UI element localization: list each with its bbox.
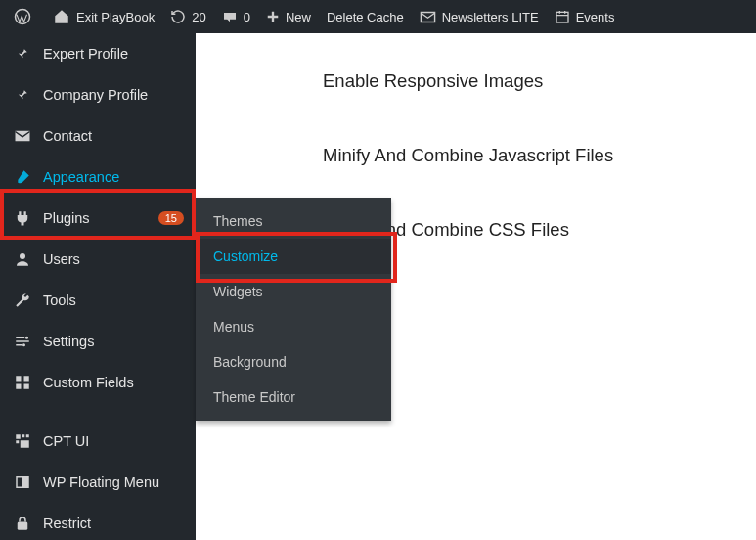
sidebar-item-users[interactable]: Users xyxy=(0,239,196,280)
svg-rect-12 xyxy=(16,440,19,443)
newsletters-button[interactable]: Newsletters LITE xyxy=(412,0,547,33)
submenu-item-widgets[interactable]: Widgets xyxy=(196,274,391,309)
svg-rect-11 xyxy=(26,434,29,437)
new-button[interactable]: New xyxy=(258,0,319,33)
svg-rect-9 xyxy=(16,434,21,439)
plus-icon xyxy=(266,10,280,23)
svg-rect-13 xyxy=(21,440,29,448)
sidebar-item-plugins[interactable]: Plugins15 xyxy=(0,198,196,239)
sidebar-item-label: Settings xyxy=(43,334,184,349)
calendar-icon xyxy=(555,9,570,24)
brush-icon xyxy=(12,168,33,186)
panel-icon xyxy=(12,473,33,491)
sidebar-item-appearance[interactable]: Appearance xyxy=(0,157,196,198)
sidebar-item-label: Tools xyxy=(43,292,184,308)
sidebar-item-label: Restrict xyxy=(43,516,184,531)
update-badge: 15 xyxy=(158,211,184,225)
svg-rect-10 xyxy=(22,434,24,437)
pin-icon xyxy=(12,45,33,63)
sidebar-item-company-profile[interactable]: Company Profile xyxy=(0,74,196,115)
wrench-icon xyxy=(12,292,33,309)
wp-logo[interactable] xyxy=(6,0,45,33)
appearance-submenu: ThemesCustomizeWidgetsMenusBackgroundThe… xyxy=(196,198,391,421)
home-icon xyxy=(53,8,70,25)
site-home[interactable]: Exit PlayBook xyxy=(45,0,162,33)
newsletters-label: Newsletters LITE xyxy=(442,10,539,24)
submenu-item-customize[interactable]: Customize xyxy=(196,239,391,274)
sidebar-item-label: Users xyxy=(43,251,184,267)
content-row: Minify And Combine Javascript Files xyxy=(323,145,697,166)
pin-icon xyxy=(12,86,33,104)
user-icon xyxy=(12,250,33,268)
site-name: Exit PlayBook xyxy=(76,10,155,24)
svg-rect-7 xyxy=(16,384,21,389)
sidebar-item-restrict[interactable]: Restrict xyxy=(0,503,196,540)
refresh-button[interactable]: 20 xyxy=(162,0,213,33)
sidebar-item-cpt-ui[interactable]: CPT UI xyxy=(0,421,196,462)
delete-cache-button[interactable]: Delete Cache xyxy=(319,0,412,33)
submenu-item-menus[interactable]: Menus xyxy=(196,309,391,344)
refresh-icon xyxy=(170,9,186,24)
events-label: Events xyxy=(576,10,615,24)
submenu-item-themes[interactable]: Themes xyxy=(196,203,391,239)
events-button[interactable]: Events xyxy=(547,0,623,33)
sidebar-item-label: Custom Fields xyxy=(43,375,184,390)
sidebar-item-label: Appearance xyxy=(43,169,184,185)
svg-point-3 xyxy=(25,337,28,339)
plug-icon xyxy=(12,209,33,227)
new-label: New xyxy=(286,10,311,24)
content-row: Enable Responsive Images xyxy=(323,70,697,92)
sidebar-item-label: Contact xyxy=(43,128,184,144)
mail-icon xyxy=(420,9,436,25)
sliders-icon xyxy=(12,333,33,350)
svg-rect-5 xyxy=(16,376,21,381)
lock-icon xyxy=(12,515,33,532)
svg-rect-8 xyxy=(24,384,29,389)
comments-button[interactable]: 0 xyxy=(214,0,258,33)
refresh-count: 20 xyxy=(192,10,205,24)
svg-rect-6 xyxy=(24,376,29,381)
svg-rect-1 xyxy=(556,12,568,22)
delete-cache-label: Delete Cache xyxy=(327,10,404,24)
svg-point-2 xyxy=(20,253,25,259)
sidebar-item-tools[interactable]: Tools xyxy=(0,280,196,321)
admin-bar: Exit PlayBook 20 0 New Delete Cache News… xyxy=(0,0,756,33)
sidebar-item-label: Expert Profile xyxy=(43,46,184,62)
tiles-icon xyxy=(12,432,33,450)
sidebar-item-label: Company Profile xyxy=(43,87,184,103)
comments-count: 0 xyxy=(244,10,250,24)
grid-icon xyxy=(12,374,33,391)
sidebar-item-wp-floating[interactable]: WP Floating Menu xyxy=(0,462,196,503)
svg-rect-15 xyxy=(18,478,22,487)
svg-rect-16 xyxy=(18,522,28,530)
sidebar-item-label: Plugins xyxy=(43,210,153,226)
svg-point-4 xyxy=(22,343,25,346)
sidebar-item-expert-profile[interactable]: Expert Profile xyxy=(0,33,196,74)
submenu-item-background[interactable]: Background xyxy=(196,344,391,380)
sidebar-item-custom-fields[interactable]: Custom Fields xyxy=(0,362,196,403)
sidebar-item-label: CPT UI xyxy=(43,433,184,449)
sidebar-item-label: WP Floating Menu xyxy=(43,474,184,490)
mail-icon xyxy=(12,127,33,145)
admin-sidebar: Expert ProfileCompany ProfileContactAppe… xyxy=(0,33,196,540)
wordpress-icon xyxy=(14,8,31,25)
sidebar-item-settings[interactable]: Settings xyxy=(0,321,196,362)
sidebar-item-contact[interactable]: Contact xyxy=(0,115,196,157)
comments-icon xyxy=(222,9,238,24)
submenu-item-theme-editor[interactable]: Theme Editor xyxy=(196,380,391,415)
